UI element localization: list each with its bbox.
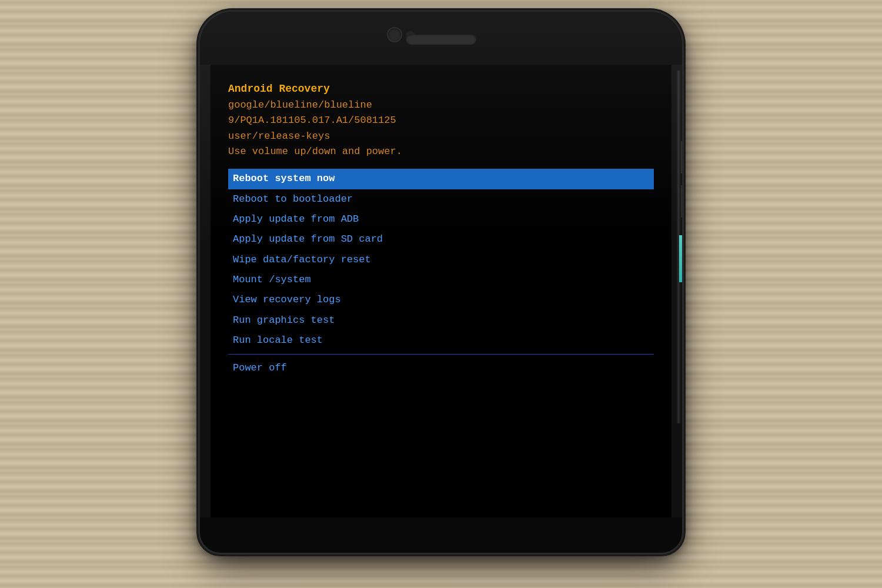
top-bezel	[200, 12, 682, 65]
volume-up-button[interactable]	[681, 141, 682, 173]
menu-item-wipe-data[interactable]: Wipe data/factory reset	[228, 250, 654, 270]
recovery-title: Android Recovery	[228, 81, 654, 98]
menu-item-run-locale-test[interactable]: Run locale test	[228, 330, 654, 350]
header-info: Android Recovery google/blueline/bluelin…	[228, 81, 654, 159]
menu-item-run-graphics-test[interactable]: Run graphics test	[228, 310, 654, 330]
menu-divider	[228, 354, 654, 355]
recovery-screen: Android Recovery google/blueline/bluelin…	[211, 65, 671, 517]
device-line1: google/blueline/blueline	[228, 98, 654, 113]
volume-down-button[interactable]	[681, 185, 682, 218]
menu-item-mount-system[interactable]: Mount /system	[228, 270, 654, 290]
menu-item-apply-adb[interactable]: Apply update from ADB	[228, 209, 654, 229]
instruction-line: Use volume up/down and power.	[228, 144, 654, 159]
side-accent-strip	[679, 235, 682, 282]
phone: Android Recovery google/blueline/bluelin…	[200, 12, 682, 553]
menu-item-apply-sdcard[interactable]: Apply update from SD card	[228, 229, 654, 249]
device-line2: 9/PQ1A.181105.017.A1/5081125	[228, 113, 654, 128]
device-line3: user/release-keys	[228, 129, 654, 144]
recovery-menu: Reboot system now Reboot to bootloader A…	[228, 169, 654, 378]
menu-item-power-off[interactable]: Power off	[228, 358, 654, 378]
speaker	[406, 34, 476, 45]
menu-item-reboot-bootloader[interactable]: Reboot to bootloader	[228, 189, 654, 209]
menu-item-view-recovery-logs[interactable]: View recovery logs	[228, 290, 654, 310]
menu-item-reboot-system[interactable]: Reboot system now	[228, 169, 654, 189]
front-camera	[388, 28, 401, 41]
screen: Android Recovery google/blueline/bluelin…	[211, 65, 671, 517]
bottom-bezel	[200, 517, 682, 553]
